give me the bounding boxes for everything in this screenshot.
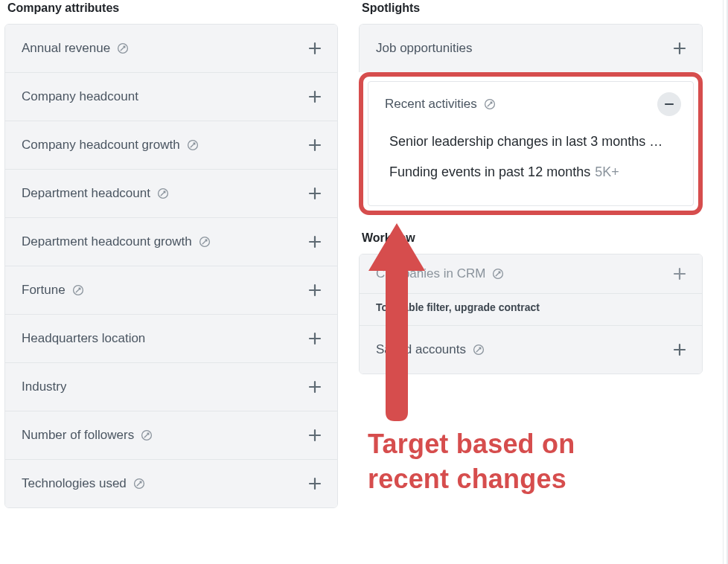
plus-icon[interactable]: [304, 425, 325, 446]
plus-icon[interactable]: [304, 328, 325, 349]
info-icon: [491, 267, 505, 281]
company-attributes-heading: Company attributes: [7, 1, 338, 15]
plus-icon[interactable]: [304, 38, 325, 59]
spotlights-heading: Spotlights: [362, 1, 703, 15]
filter-label: Recent activities: [385, 97, 477, 112]
filter-label: Saved accounts: [376, 342, 466, 357]
info-icon[interactable]: [483, 97, 496, 111]
info-icon[interactable]: [140, 429, 153, 442]
filter-label: Department headcount: [22, 186, 150, 201]
filter-label: Company headcount growth: [22, 138, 180, 153]
filter-label: Department headcount growth: [22, 234, 192, 249]
info-icon[interactable]: [186, 138, 199, 152]
plus-icon[interactable]: [304, 183, 325, 204]
info-icon[interactable]: [156, 187, 170, 200]
filter-companies-in-crm: Companies in CRM: [360, 254, 702, 293]
option-label: Funding events in past 12 months: [389, 164, 590, 179]
filter-annual-revenue[interactable]: Annual revenue: [5, 25, 337, 72]
annotation-callout: Target based on recent changes: [368, 427, 688, 497]
filter-label: Number of followers: [22, 428, 134, 443]
filter-label: Technologies used: [22, 476, 127, 491]
workflow-heading: Workflow: [362, 231, 703, 245]
plus-icon[interactable]: [669, 339, 690, 360]
option-funding-events[interactable]: Funding events in past 12 months5K+: [389, 157, 675, 188]
filter-label: Company headcount: [22, 89, 138, 104]
option-label: Senior leadership changes in last 3 mont…: [389, 134, 662, 149]
info-icon[interactable]: [198, 235, 211, 249]
filter-recent-activities-header[interactable]: Recent activities: [368, 82, 693, 124]
filter-headquarters-location[interactable]: Headquarters location: [5, 314, 337, 362]
recent-activities-options: Senior leadership changes in last 3 mont…: [368, 124, 693, 205]
plus-icon[interactable]: [304, 135, 325, 156]
company-attributes-list: Annual revenue Company headcount: [4, 24, 338, 508]
filter-label: Fortune: [22, 283, 66, 298]
info-icon[interactable]: [71, 283, 85, 297]
filter-number-of-followers[interactable]: Number of followers: [5, 411, 337, 459]
filter-fortune[interactable]: Fortune: [5, 266, 337, 314]
plus-icon[interactable]: [304, 280, 325, 301]
spotlights-list-top: Job opportunities: [359, 24, 703, 72]
filter-label: Companies in CRM: [376, 266, 485, 281]
plus-icon[interactable]: [304, 473, 325, 494]
option-count: 5K+: [595, 164, 619, 179]
plus-icon: [669, 263, 690, 284]
filter-companies-in-crm-note: To enable filter, upgrade contract: [360, 293, 702, 325]
plus-icon[interactable]: [669, 38, 690, 59]
recent-activities-expanded-card: Recent activities Senior leadership chan…: [359, 72, 703, 215]
company-attributes-column: Company attributes Annual revenue Compan…: [4, 0, 338, 525]
plus-icon[interactable]: [304, 376, 325, 397]
filter-label: Industry: [22, 379, 66, 394]
upgrade-note: To enable filter, upgrade contract: [376, 301, 690, 313]
filter-saved-accounts[interactable]: Saved accounts: [360, 325, 702, 374]
filter-department-headcount-growth[interactable]: Department headcount growth: [5, 217, 337, 266]
filter-company-headcount[interactable]: Company headcount: [5, 72, 337, 121]
filter-technologies-used[interactable]: Technologies used: [5, 459, 337, 507]
plus-icon[interactable]: [304, 231, 325, 252]
filter-industry[interactable]: Industry: [5, 362, 337, 411]
workflow-list: Companies in CRM To enable filter, upgra…: [359, 254, 703, 374]
filter-label: Annual revenue: [22, 41, 110, 56]
info-icon[interactable]: [132, 477, 146, 490]
callout-line-2: recent changes: [368, 462, 688, 497]
option-senior-leadership-changes[interactable]: Senior leadership changes in last 3 mont…: [389, 126, 675, 157]
callout-line-1: Target based on: [368, 427, 688, 462]
info-icon[interactable]: [116, 42, 130, 55]
plus-icon[interactable]: [304, 86, 325, 107]
filter-job-opportunities[interactable]: Job opportunities: [360, 25, 702, 72]
info-icon[interactable]: [472, 343, 485, 356]
minus-icon[interactable]: [657, 92, 681, 116]
page-scrollbar-track: [723, 0, 724, 564]
filter-label: Job opportunities: [376, 41, 472, 56]
filter-company-headcount-growth[interactable]: Company headcount growth: [5, 121, 337, 169]
filter-label: Headquarters location: [22, 331, 145, 346]
filter-department-headcount[interactable]: Department headcount: [5, 169, 337, 217]
